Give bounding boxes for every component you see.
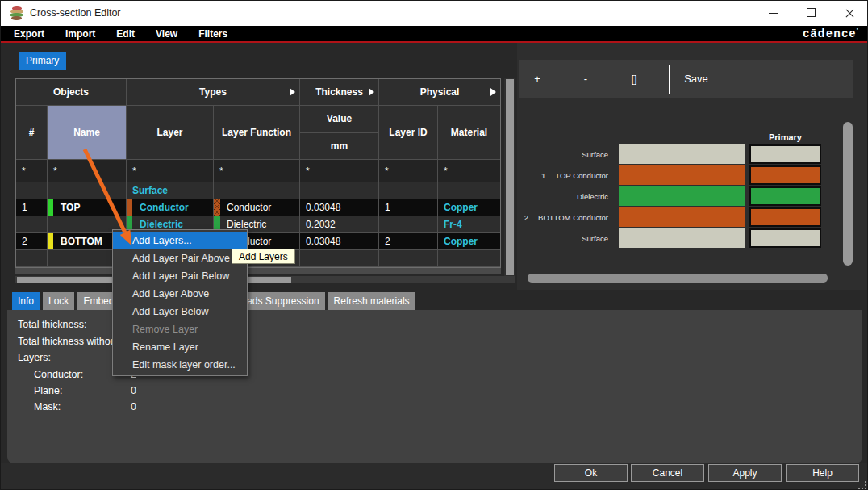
save-button[interactable]: Save: [680, 60, 712, 98]
brackets-button[interactable]: []: [622, 60, 646, 98]
col-material[interactable]: Material: [438, 106, 500, 160]
menu-export[interactable]: Export: [9, 28, 49, 40]
stack-row-dielectric: Dielectric: [517, 186, 821, 206]
table-group-header: Objects Types Thickness Physical: [16, 79, 500, 106]
table-frame-bottom: [15, 268, 501, 274]
add-column-button[interactable]: +: [525, 60, 549, 98]
stack-row-top-conductor: 1TOP Conductor: [517, 165, 821, 185]
table-vertical-scrollbar[interactable]: [504, 78, 515, 276]
menu-import[interactable]: Import: [61, 28, 100, 40]
group-physical[interactable]: Physical: [379, 79, 500, 106]
scrollbar-thumb[interactable]: [506, 79, 514, 275]
menu-add-layer-above[interactable]: Add Layer Above: [113, 285, 247, 303]
layer-context-menu: Add Layers... Add Layer Pair Above Add L…: [112, 229, 248, 376]
cell-name[interactable]: TOP: [48, 199, 127, 216]
group-objects[interactable]: Objects: [16, 79, 127, 106]
tab-lock[interactable]: Lock: [43, 292, 74, 310]
stack-column-header: Primary: [749, 132, 821, 142]
menu-view[interactable]: View: [151, 28, 182, 40]
menu-add-layer-pair-below[interactable]: Add Layer Pair Below: [113, 267, 247, 285]
row-color-strip: [48, 199, 53, 216]
cell-layer-id[interactable]: 2: [379, 233, 438, 250]
col-unit-mm[interactable]: mm: [300, 133, 378, 160]
cell-num[interactable]: 2: [16, 233, 48, 250]
stack-bar: [619, 165, 745, 185]
stack-bar-primary: [749, 186, 821, 206]
minimize-button[interactable]: [755, 1, 793, 26]
app-layers-icon: [10, 6, 24, 20]
resize-grip[interactable]: [858, 481, 866, 489]
stack-bar: [619, 144, 745, 164]
footer-bar: Ok Cancel Apply Help: [1, 463, 868, 490]
layer-color-swatch: [214, 199, 220, 216]
stack-bar-primary: [749, 144, 821, 164]
table-row-bottom[interactable]: 2 BOTTOM Conductor Conductor 0.03048 2 C…: [16, 233, 500, 250]
cell-material[interactable]: Copper: [438, 233, 500, 250]
group-types[interactable]: Types: [127, 79, 300, 106]
tab-refresh-materials[interactable]: Refresh materials: [328, 292, 415, 310]
menu-edit[interactable]: Edit: [111, 28, 140, 40]
scrollbar-thumb[interactable]: [843, 122, 853, 266]
info-total-thickness-without: Total thickness without: [18, 336, 119, 349]
ok-button[interactable]: Ok: [554, 464, 628, 482]
cell-layer[interactable]: Conductor: [127, 199, 214, 216]
stack-vertical-scrollbar[interactable]: [843, 122, 853, 266]
col-name-selected[interactable]: Name: [48, 106, 127, 160]
expand-arrow-icon[interactable]: [290, 88, 295, 96]
filter-cell[interactable]: *: [300, 160, 379, 182]
cell-value[interactable]: 0.03048: [300, 199, 379, 216]
expand-arrow-icon[interactable]: [490, 88, 496, 96]
info-layers: Layers:: [18, 352, 51, 365]
stack-row-surface-bottom: Surface: [517, 228, 821, 248]
table-row-top[interactable]: 1 TOP Conductor Conductor 0.03048 1 Copp…: [16, 199, 500, 216]
scrollbar-thumb[interactable]: [528, 274, 828, 283]
menu-edit-mask-layer-order[interactable]: Edit mask layer order...: [113, 356, 247, 374]
menu-rename-layer[interactable]: Rename Layer: [113, 338, 247, 356]
maximize-button[interactable]: [793, 1, 831, 26]
col-thickness-value[interactable]: Value mm: [300, 106, 379, 160]
cell-material[interactable]: Copper: [438, 199, 500, 216]
menu-add-layer-below[interactable]: Add Layer Below: [113, 303, 247, 320]
stack-horizontal-scrollbar[interactable]: [528, 274, 828, 283]
cell-num[interactable]: 1: [16, 199, 48, 216]
cell-layer-id[interactable]: 1: [379, 199, 438, 216]
cell-layer-function[interactable]: Conductor: [214, 199, 300, 216]
help-button[interactable]: Help: [786, 464, 859, 482]
stackup-visualization-panel: + - [] Save Primary Surface 1TOP Conduct…: [517, 43, 868, 290]
menu-add-layer-pair-above[interactable]: Add Layer Pair Above: [113, 249, 247, 267]
filter-cell[interactable]: *: [214, 160, 300, 182]
close-button[interactable]: [831, 1, 868, 26]
col-num[interactable]: #: [16, 106, 48, 160]
table-column-header: # Name Layer Layer Function Value mm Lay…: [16, 106, 500, 160]
info-mask-count: Mask:0: [34, 401, 195, 414]
expand-arrow-icon[interactable]: [369, 88, 374, 96]
table-horizontal-scrollbar[interactable]: [15, 276, 515, 283]
cell-value[interactable]: 0.2032: [300, 216, 379, 233]
cancel-button[interactable]: Cancel: [631, 464, 704, 482]
remove-column-button[interactable]: -: [574, 60, 598, 98]
menu-add-layers[interactable]: Add Layers...: [113, 232, 247, 249]
filter-cell[interactable]: *: [127, 160, 214, 182]
apply-button[interactable]: Apply: [708, 464, 782, 482]
cross-section-editor-window: Cross-section Editor Export Import Edit …: [0, 0, 868, 490]
col-layer-id[interactable]: Layer ID: [379, 106, 438, 160]
table-row-surface-top[interactable]: Surface: [16, 182, 500, 199]
toolbar-separator: [669, 65, 670, 94]
stack-row-surface: Surface: [517, 144, 821, 164]
cell-layer[interactable]: Surface: [127, 182, 214, 199]
cell-material[interactable]: Fr-4: [438, 216, 500, 233]
stack-bar-primary: [749, 165, 821, 185]
tab-info[interactable]: Info: [12, 292, 40, 310]
filter-cell[interactable]: *: [438, 160, 500, 182]
filter-cell[interactable]: *: [379, 160, 438, 182]
menu-filters[interactable]: Filters: [194, 28, 232, 40]
col-value[interactable]: Value: [300, 106, 378, 133]
filter-cell[interactable]: *: [16, 160, 48, 182]
filter-cell[interactable]: *: [48, 160, 127, 182]
col-layer-function[interactable]: Layer Function: [214, 106, 300, 160]
tab-primary[interactable]: Primary: [19, 52, 66, 70]
cell-value[interactable]: 0.03048: [300, 233, 379, 250]
col-layer[interactable]: Layer: [127, 106, 214, 160]
table-row-dielectric[interactable]: Dielectric Dielectric 0.2032 Fr-4: [16, 216, 500, 233]
group-thickness[interactable]: Thickness: [300, 79, 379, 106]
